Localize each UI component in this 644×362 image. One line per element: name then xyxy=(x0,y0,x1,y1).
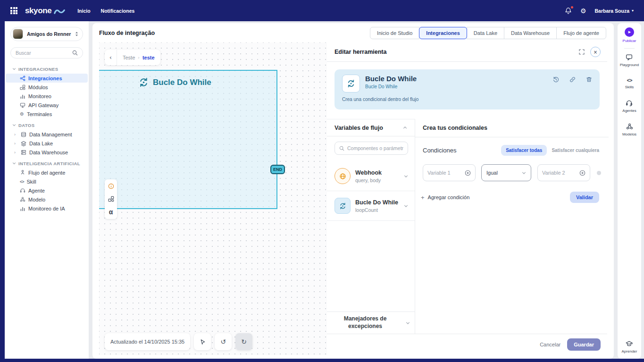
sidebar-item-integraciones[interactable]: Integraciones xyxy=(6,74,88,83)
node-bucle-do-while[interactable]: Bucle Do While END xyxy=(99,70,277,209)
flow-variables-header[interactable]: Variables de flujo xyxy=(327,119,415,136)
match-any-button[interactable]: Satisfacer cualquiera xyxy=(552,148,599,153)
rail-item-playground[interactable]: Playground xyxy=(620,54,639,67)
variable-1-input[interactable] xyxy=(427,170,465,176)
sidebar-search[interactable] xyxy=(10,47,83,59)
item-label: Data Warehouse xyxy=(29,150,68,155)
redo-button[interactable]: ↻ xyxy=(235,333,252,350)
org-switcher[interactable]: Amigos do Renner xyxy=(10,27,83,41)
tab-integraciones[interactable]: Integraciones xyxy=(419,27,467,39)
sidebar-item-monitoreo-de-ia[interactable]: Monitoreo de IA xyxy=(6,204,88,213)
variables-list: Webhook query, body xyxy=(327,161,415,221)
end-port-badge[interactable]: END xyxy=(270,165,285,174)
skyone-logo[interactable]: skyone xyxy=(25,6,65,16)
match-all-button[interactable]: Satisfacer todas xyxy=(501,145,547,156)
breadcrumb-parent[interactable]: Teste xyxy=(123,55,135,60)
sidebar-item-data-warehouse[interactable]: › Data Warehouse xyxy=(6,148,88,157)
section-title: DATOS xyxy=(18,123,34,128)
flow-canvas[interactable]: ‹ Teste › teste Bucle Do xyxy=(99,42,327,355)
terminal-gear-icon: ⚙ xyxy=(20,111,24,117)
variable-2-field[interactable] xyxy=(537,164,590,181)
section-integraciones[interactable]: INTEGRACIONES xyxy=(5,64,89,74)
navbar-right: ⚙ Barbara Souza ▾ xyxy=(565,7,636,14)
navbar-links: Inicio Notificaciones xyxy=(77,8,134,14)
variable-item-webhook[interactable]: Webhook query, body xyxy=(327,161,415,191)
section-inteligencia-artificial[interactable]: INTELIGENCIA ARTIFICIAL xyxy=(5,159,89,168)
variable-2-input[interactable] xyxy=(542,170,579,176)
notifications-bell-icon[interactable] xyxy=(565,7,572,14)
chevron-down-icon xyxy=(404,204,408,208)
apps-menu-icon[interactable] xyxy=(10,7,17,14)
variable-item-bucle-do-while[interactable]: Bucle Do While loopCount xyxy=(327,191,415,220)
alpha-icon[interactable]: α xyxy=(109,209,113,215)
item-label: Integraciones xyxy=(28,76,62,81)
rail-item-aprender[interactable]: Aprender xyxy=(622,340,637,354)
sidebar-item-data-management[interactable]: › Data Management xyxy=(6,130,88,139)
loop-icon xyxy=(335,198,351,214)
canvas-bottom-bar: Actualizado el 14/10/2025 15:35 ↺ ↻ xyxy=(105,333,252,350)
history-icon[interactable] xyxy=(553,76,559,83)
chevron-right-icon: › xyxy=(14,150,18,155)
rail-item-modelos[interactable]: Modelos xyxy=(622,123,636,136)
link-icon[interactable] xyxy=(569,76,576,83)
sidebar-item-data-lake[interactable]: › Data Lake xyxy=(6,139,88,148)
nav-notificaciones[interactable]: Notificaciones xyxy=(101,8,135,14)
rail-item-agentes[interactable]: Agentes xyxy=(622,100,636,113)
section-title: INTEGRACIONES xyxy=(18,67,58,72)
sidebar-item-agente[interactable]: Agente xyxy=(6,186,88,195)
sidebar-item-terminales[interactable]: ⚙ Terminales xyxy=(6,109,88,118)
back-button[interactable]: ‹ xyxy=(105,50,117,65)
search-icon xyxy=(339,146,344,151)
trash-icon[interactable] xyxy=(586,76,592,83)
editor-footer: Cancelar Guardar xyxy=(327,334,607,355)
components-icon[interactable] xyxy=(108,196,114,202)
undo-button[interactable]: ↺ xyxy=(215,333,232,350)
operator-select[interactable]: Igual xyxy=(481,164,531,181)
settings-gear-icon[interactable]: ⚙ xyxy=(580,8,586,14)
section-datos[interactable]: DATOS xyxy=(5,120,89,130)
remove-condition-dot[interactable] xyxy=(597,171,601,175)
nav-inicio[interactable]: Inicio xyxy=(77,8,90,14)
sidebar-item-modulos[interactable]: Módulos xyxy=(6,83,88,92)
left-frame-strip xyxy=(0,21,5,362)
tab-inicio-de-studio[interactable]: Inicio de Studio xyxy=(370,27,419,39)
sidebar-search-input[interactable] xyxy=(16,50,72,56)
add-condition-button[interactable]: + Agregar condición xyxy=(421,194,469,201)
condition-row: Igual xyxy=(423,164,601,181)
plus-circle-icon[interactable] xyxy=(465,170,471,176)
item-label: Data Lake xyxy=(29,141,53,146)
expand-icon[interactable] xyxy=(579,49,585,55)
variable-params: loopCount xyxy=(355,207,398,213)
pointer-tool-button[interactable] xyxy=(194,333,211,350)
rail-label: Playground xyxy=(620,63,639,67)
brand-name: skyone xyxy=(25,6,51,16)
tab-flujo-de-agente[interactable]: Flujo de agente xyxy=(556,27,606,39)
sidebar-item-api-gateway[interactable]: API Gateway xyxy=(6,101,88,109)
variables-search-input[interactable] xyxy=(347,145,403,151)
rail-item-publicar[interactable]: ▶ Publicar xyxy=(623,27,636,43)
tab-data-warehouse[interactable]: Data Warehouse xyxy=(504,27,557,39)
rail-item-skills[interactable]: <> Skills xyxy=(625,77,634,89)
exception-handlers-toggle[interactable]: Manejadores de excepciones xyxy=(327,311,415,334)
conditions-label: Condiciones xyxy=(423,147,457,154)
cancel-button[interactable]: Cancelar xyxy=(540,342,560,347)
sidebar-item-flujo-del-agente[interactable]: Flujo del agente xyxy=(6,168,88,177)
variable-1-field[interactable] xyxy=(423,164,476,181)
validate-button[interactable]: Validar xyxy=(570,192,599,203)
flow-nodes-icon xyxy=(20,76,25,81)
info-icon[interactable] xyxy=(108,183,114,189)
tab-data-lake[interactable]: Data Lake xyxy=(467,27,504,39)
user-menu[interactable]: Barbara Souza ▾ xyxy=(594,8,634,14)
sidebar-item-modelo[interactable]: Modelo xyxy=(6,195,88,204)
modules-icon xyxy=(20,84,25,90)
item-label: API Gateway xyxy=(28,102,59,108)
close-button[interactable]: × xyxy=(590,47,601,57)
variables-search[interactable] xyxy=(335,142,408,155)
sidebar-item-monitoreo[interactable]: Monitoreo xyxy=(6,92,88,101)
sidebar-item-skill[interactable]: <> Skill xyxy=(6,177,88,186)
plus-icon: + xyxy=(421,194,425,201)
save-button[interactable]: Guardar xyxy=(567,338,601,351)
chevron-down-icon xyxy=(12,161,16,165)
chat-bubble-icon xyxy=(626,54,633,61)
plus-circle-icon[interactable] xyxy=(579,170,585,176)
